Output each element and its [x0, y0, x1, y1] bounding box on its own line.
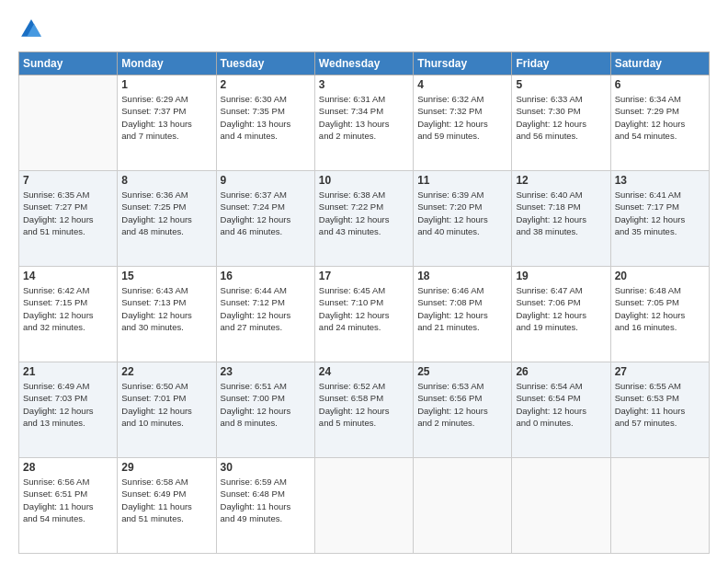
- calendar-cell: 2Sunrise: 6:30 AMSunset: 7:35 PMDaylight…: [216, 75, 314, 171]
- day-number: 11: [417, 174, 507, 187]
- cell-info: Sunrise: 6:54 AMSunset: 6:54 PMDaylight:…: [516, 380, 606, 429]
- day-number: 26: [516, 365, 606, 378]
- day-number: 4: [417, 78, 507, 91]
- cell-info: Sunrise: 6:53 AMSunset: 6:56 PMDaylight:…: [417, 380, 507, 429]
- calendar-cell: 15Sunrise: 6:43 AMSunset: 7:13 PMDayligh…: [118, 267, 216, 362]
- day-number: 7: [23, 174, 113, 187]
- day-number: 22: [121, 365, 211, 378]
- calendar-week-row: 21Sunrise: 6:49 AMSunset: 7:03 PMDayligh…: [19, 362, 710, 458]
- day-number: 21: [23, 365, 113, 378]
- cell-info: Sunrise: 6:59 AMSunset: 6:48 PMDaylight:…: [221, 476, 311, 524]
- day-number: 25: [417, 365, 507, 378]
- calendar-cell: 8Sunrise: 6:36 AMSunset: 7:25 PMDaylight…: [118, 171, 216, 267]
- calendar-week-row: 28Sunrise: 6:56 AMSunset: 6:51 PMDayligh…: [19, 458, 710, 554]
- calendar-cell: 11Sunrise: 6:39 AMSunset: 7:20 PMDayligh…: [414, 171, 512, 267]
- cell-info: Sunrise: 6:41 AMSunset: 7:17 PMDaylight:…: [615, 189, 705, 237]
- calendar-week-row: 7Sunrise: 6:35 AMSunset: 7:27 PMDaylight…: [19, 171, 710, 267]
- day-number: 19: [516, 270, 606, 282]
- calendar-cell: 10Sunrise: 6:38 AMSunset: 7:22 PMDayligh…: [314, 171, 413, 267]
- calendar-cell: 6Sunrise: 6:34 AMSunset: 7:29 PMDaylight…: [610, 75, 709, 171]
- day-number: 2: [221, 78, 311, 91]
- cell-info: Sunrise: 6:42 AMSunset: 7:15 PMDaylight:…: [23, 284, 113, 333]
- header-row: SundayMondayTuesdayWednesdayThursdayFrid…: [19, 52, 710, 75]
- cell-info: Sunrise: 6:40 AMSunset: 7:18 PMDaylight:…: [516, 189, 606, 237]
- calendar-cell: 22Sunrise: 6:50 AMSunset: 7:01 PMDayligh…: [118, 362, 216, 458]
- day-number: 28: [23, 461, 113, 474]
- day-number: 14: [23, 270, 113, 282]
- day-number: 30: [221, 461, 311, 474]
- cell-info: Sunrise: 6:39 AMSunset: 7:20 PMDaylight:…: [417, 189, 507, 237]
- cell-info: Sunrise: 6:34 AMSunset: 7:29 PMDaylight:…: [615, 93, 705, 142]
- day-number: 6: [615, 78, 705, 91]
- cell-info: Sunrise: 6:30 AMSunset: 7:35 PMDaylight:…: [221, 93, 311, 142]
- calendar-week-row: 14Sunrise: 6:42 AMSunset: 7:15 PMDayligh…: [19, 267, 710, 362]
- cell-info: Sunrise: 6:49 AMSunset: 7:03 PMDaylight:…: [23, 380, 113, 429]
- cell-info: Sunrise: 6:48 AMSunset: 7:05 PMDaylight:…: [615, 284, 705, 333]
- cell-info: Sunrise: 6:32 AMSunset: 7:32 PMDaylight:…: [417, 93, 507, 142]
- calendar-cell: 19Sunrise: 6:47 AMSunset: 7:06 PMDayligh…: [512, 267, 610, 362]
- day-number: 15: [121, 270, 211, 282]
- calendar-cell: 18Sunrise: 6:46 AMSunset: 7:08 PMDayligh…: [414, 267, 512, 362]
- calendar-week-row: 1Sunrise: 6:29 AMSunset: 7:37 PMDaylight…: [19, 75, 710, 171]
- day-number: 12: [516, 174, 606, 187]
- calendar-cell: 3Sunrise: 6:31 AMSunset: 7:34 PMDaylight…: [314, 75, 413, 171]
- cell-info: Sunrise: 6:56 AMSunset: 6:51 PMDaylight:…: [23, 476, 113, 524]
- day-number: 27: [615, 365, 705, 378]
- cell-info: Sunrise: 6:55 AMSunset: 6:53 PMDaylight:…: [615, 380, 705, 429]
- day-number: 1: [121, 78, 211, 91]
- calendar-cell: 17Sunrise: 6:45 AMSunset: 7:10 PMDayligh…: [314, 267, 413, 362]
- day-number: 20: [615, 270, 705, 282]
- calendar-cell: 26Sunrise: 6:54 AMSunset: 6:54 PMDayligh…: [512, 362, 610, 458]
- page: SundayMondayTuesdayWednesdayThursdayFrid…: [0, 0, 728, 563]
- calendar-cell: 14Sunrise: 6:42 AMSunset: 7:15 PMDayligh…: [19, 267, 118, 362]
- cell-info: Sunrise: 6:52 AMSunset: 6:58 PMDaylight:…: [319, 380, 409, 429]
- day-number: 29: [121, 461, 211, 474]
- day-number: 18: [417, 270, 507, 282]
- cell-info: Sunrise: 6:46 AMSunset: 7:08 PMDaylight:…: [417, 284, 507, 333]
- calendar-cell: [512, 458, 610, 554]
- calendar-cell: 24Sunrise: 6:52 AMSunset: 6:58 PMDayligh…: [314, 362, 413, 458]
- calendar-table: SundayMondayTuesdayWednesdayThursdayFrid…: [18, 52, 710, 554]
- cell-info: Sunrise: 6:37 AMSunset: 7:24 PMDaylight:…: [221, 189, 311, 237]
- cell-info: Sunrise: 6:29 AMSunset: 7:37 PMDaylight:…: [121, 93, 211, 142]
- calendar-cell: 16Sunrise: 6:44 AMSunset: 7:12 PMDayligh…: [216, 267, 314, 362]
- calendar-cell: [610, 458, 709, 554]
- logo-icon: [18, 17, 44, 42]
- calendar-cell: 21Sunrise: 6:49 AMSunset: 7:03 PMDayligh…: [19, 362, 118, 458]
- day-number: 3: [319, 78, 409, 91]
- calendar-cell: 12Sunrise: 6:40 AMSunset: 7:18 PMDayligh…: [512, 171, 610, 267]
- cell-info: Sunrise: 6:36 AMSunset: 7:25 PMDaylight:…: [121, 189, 211, 237]
- calendar-cell: 9Sunrise: 6:37 AMSunset: 7:24 PMDaylight…: [216, 171, 314, 267]
- day-number: 17: [319, 270, 409, 282]
- day-number: 9: [221, 174, 311, 187]
- day-number: 13: [615, 174, 705, 187]
- calendar-cell: [314, 458, 413, 554]
- weekday-header: Friday: [512, 52, 610, 75]
- calendar-cell: 20Sunrise: 6:48 AMSunset: 7:05 PMDayligh…: [610, 267, 709, 362]
- cell-info: Sunrise: 6:51 AMSunset: 7:00 PMDaylight:…: [221, 380, 311, 429]
- header: [18, 17, 710, 42]
- calendar-cell: 30Sunrise: 6:59 AMSunset: 6:48 PMDayligh…: [216, 458, 314, 554]
- cell-info: Sunrise: 6:33 AMSunset: 7:30 PMDaylight:…: [516, 93, 606, 142]
- day-number: 16: [221, 270, 311, 282]
- calendar-cell: 29Sunrise: 6:58 AMSunset: 6:49 PMDayligh…: [118, 458, 216, 554]
- calendar-cell: 23Sunrise: 6:51 AMSunset: 7:00 PMDayligh…: [216, 362, 314, 458]
- calendar-cell: 13Sunrise: 6:41 AMSunset: 7:17 PMDayligh…: [610, 171, 709, 267]
- day-number: 10: [319, 174, 409, 187]
- day-number: 23: [221, 365, 311, 378]
- calendar-cell: [414, 458, 512, 554]
- calendar-body: 1Sunrise: 6:29 AMSunset: 7:37 PMDaylight…: [19, 75, 710, 554]
- cell-info: Sunrise: 6:45 AMSunset: 7:10 PMDaylight:…: [319, 284, 409, 333]
- calendar-cell: [19, 75, 118, 171]
- weekday-header: Wednesday: [314, 52, 413, 75]
- calendar-header: SundayMondayTuesdayWednesdayThursdayFrid…: [19, 52, 710, 75]
- cell-info: Sunrise: 6:31 AMSunset: 7:34 PMDaylight:…: [319, 93, 409, 142]
- cell-info: Sunrise: 6:50 AMSunset: 7:01 PMDaylight:…: [121, 380, 211, 429]
- calendar-cell: 7Sunrise: 6:35 AMSunset: 7:27 PMDaylight…: [19, 171, 118, 267]
- cell-info: Sunrise: 6:38 AMSunset: 7:22 PMDaylight:…: [319, 189, 409, 237]
- weekday-header: Monday: [118, 52, 216, 75]
- calendar-cell: 1Sunrise: 6:29 AMSunset: 7:37 PMDaylight…: [118, 75, 216, 171]
- cell-info: Sunrise: 6:43 AMSunset: 7:13 PMDaylight:…: [121, 284, 211, 333]
- day-number: 24: [319, 365, 409, 378]
- weekday-header: Sunday: [19, 52, 118, 75]
